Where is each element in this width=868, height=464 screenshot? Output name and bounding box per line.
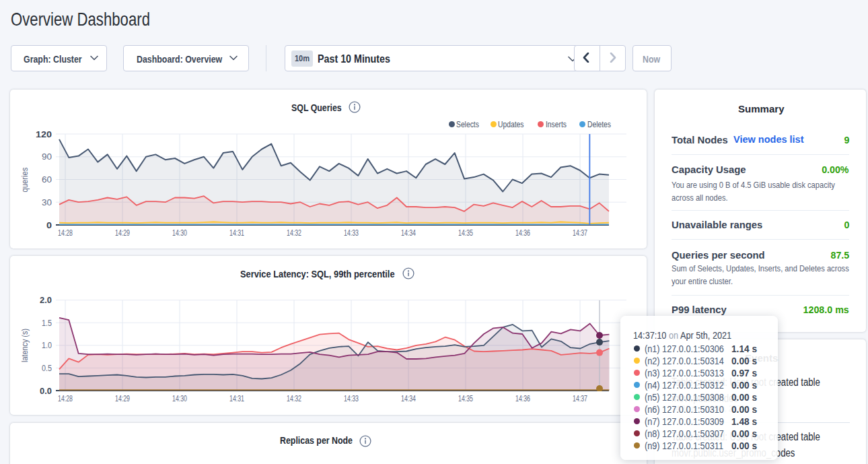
svg-text:0.5: 0.5 — [42, 364, 52, 373]
svg-text:14:35: 14:35 — [458, 394, 473, 403]
svg-text:14:29: 14:29 — [115, 228, 130, 238]
svg-text:30: 30 — [42, 198, 52, 207]
svg-text:0.0: 0.0 — [40, 387, 52, 396]
svg-text:1.5: 1.5 — [42, 319, 52, 328]
svg-text:14:36: 14:36 — [515, 394, 530, 403]
svg-text:14:33: 14:33 — [344, 228, 359, 238]
svg-text:0: 0 — [46, 221, 52, 230]
svg-text:90: 90 — [42, 152, 52, 162]
svg-text:14:28: 14:28 — [58, 394, 73, 403]
svg-text:14:28: 14:28 — [58, 228, 73, 238]
svg-text:14:32: 14:32 — [287, 394, 301, 403]
svg-text:14:30: 14:30 — [172, 394, 187, 403]
svg-text:2.0: 2.0 — [40, 296, 52, 305]
svg-text:14:32: 14:32 — [287, 228, 301, 238]
svg-text:14:36: 14:36 — [515, 228, 530, 238]
svg-text:14:34: 14:34 — [401, 394, 416, 403]
svg-text:14:31: 14:31 — [229, 228, 244, 238]
svg-text:14:30: 14:30 — [172, 228, 187, 238]
svg-text:queries: queries — [20, 168, 30, 193]
svg-text:120: 120 — [36, 130, 52, 139]
svg-text:14:37: 14:37 — [573, 394, 587, 403]
svg-text:14:35: 14:35 — [458, 228, 473, 238]
svg-text:latency (s): latency (s) — [20, 329, 30, 362]
svg-text:14:33: 14:33 — [344, 394, 359, 403]
svg-text:1.0: 1.0 — [42, 341, 52, 350]
svg-text:14:29: 14:29 — [115, 394, 130, 403]
svg-text:14:31: 14:31 — [229, 394, 244, 403]
svg-text:60: 60 — [42, 175, 52, 185]
svg-text:14:37: 14:37 — [573, 228, 587, 238]
svg-text:14:34: 14:34 — [401, 228, 416, 238]
